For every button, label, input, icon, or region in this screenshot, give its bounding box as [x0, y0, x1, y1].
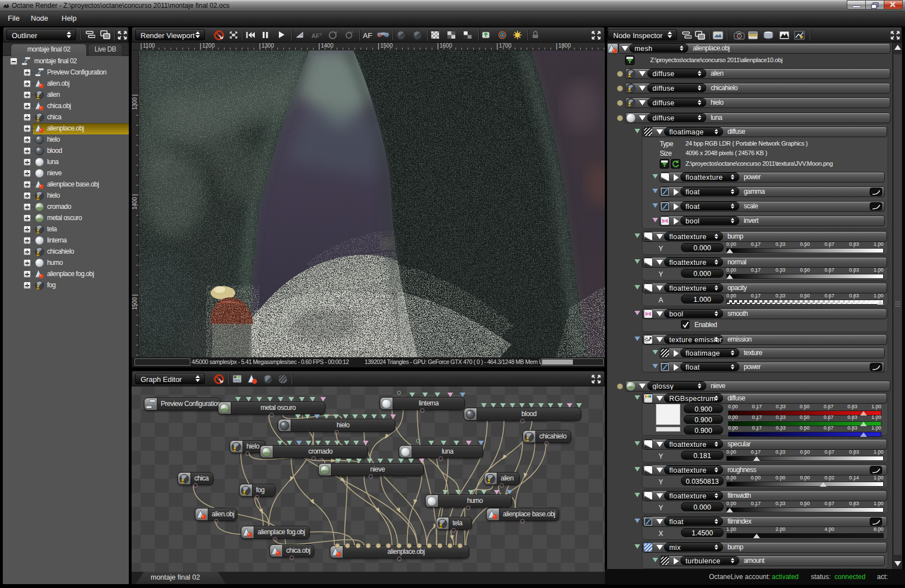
svg-text:1400: 1400: [321, 43, 334, 49]
svg-text:1500: 1500: [380, 43, 393, 49]
svg-text:1100: 1100: [143, 43, 155, 49]
svg-text:1300: 1300: [132, 97, 138, 110]
svg-text:1600: 1600: [440, 43, 452, 49]
svg-text:1300: 1300: [262, 43, 274, 49]
svg-text:1800: 1800: [558, 43, 571, 49]
svg-text:1200: 1200: [202, 43, 215, 49]
svg-text:1400: 1400: [132, 197, 138, 210]
svg-text:1500: 1500: [132, 297, 138, 310]
svg-text:1700: 1700: [499, 43, 512, 49]
